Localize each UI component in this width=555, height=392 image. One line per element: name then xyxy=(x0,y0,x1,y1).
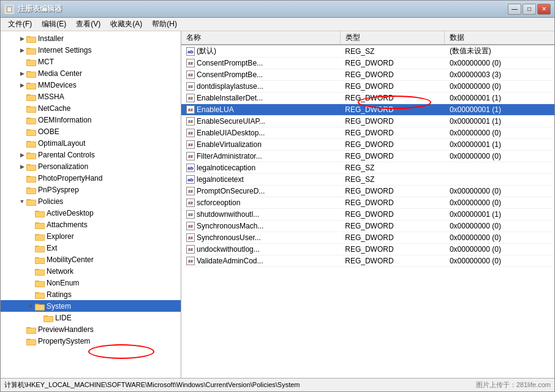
cell-name: ##EnableUIADesktop... xyxy=(181,127,340,139)
tree-item-mssha[interactable]: MSSHA xyxy=(1,91,181,102)
tree-item-oeminformation[interactable]: OEMInformation xyxy=(1,114,181,126)
table-row[interactable]: ablegalnoticetext REG_SZ xyxy=(181,174,554,186)
table-row[interactable]: ##EnableSecureUIAP... REG_DWORD 0x000000… xyxy=(181,116,554,127)
table-row[interactable]: ##dontdisplaylastuse... REG_DWORD 0x0000… xyxy=(181,81,554,92)
col-name[interactable]: 名称 xyxy=(181,31,340,45)
tree-item-policies[interactable]: ▼ Policies xyxy=(1,195,181,207)
close-button[interactable]: ✕ xyxy=(537,4,551,15)
tree-item-installer[interactable]: ▶ Installer xyxy=(1,32,181,44)
table-row[interactable]: ##ValidateAdminCod... REG_DWORD 0x000000… xyxy=(181,255,554,267)
tree-item-personalization[interactable]: ▶ Personalization xyxy=(1,160,181,172)
tree-item-label: Policies xyxy=(38,197,63,206)
tree-item-label: Parental Controls xyxy=(38,151,95,159)
cell-type: REG_DWORD xyxy=(340,197,445,209)
cell-type: REG_DWORD xyxy=(340,139,445,151)
window: 📋 注册表编辑器 — □ ✕ 文件(F) 编辑(E) 查看(V) 收藏夹(A) … xyxy=(0,0,555,392)
window-title: 注册表编辑器 xyxy=(18,4,508,14)
table-row[interactable]: ##EnableUIADesktop... REG_DWORD 0x000000… xyxy=(181,127,554,139)
table-row[interactable]: ##EnableInstallerDet... REG_DWORD 0x0000… xyxy=(181,92,554,104)
svg-rect-53 xyxy=(36,235,44,240)
tree-item-label: MobilityCenter xyxy=(47,255,94,264)
tree-item-previewhandlers[interactable]: PreviewHandlers xyxy=(1,323,181,335)
tree-item-mobilitycenter[interactable]: MobilityCenter xyxy=(1,254,181,265)
cell-data: 0x00000003 (3) xyxy=(445,69,554,81)
table-row[interactable]: ##ConsentPromptBe... REG_DWORD 0x0000000… xyxy=(181,58,554,69)
tree-item-ext[interactable]: Ext xyxy=(1,242,181,254)
tree-arrow: ▶ xyxy=(18,151,26,159)
svg-rect-5 xyxy=(27,49,36,54)
tree-item-optimallayout[interactable]: OptimalLayout xyxy=(1,137,181,149)
cell-type: REG_DWORD xyxy=(340,244,445,255)
svg-rect-38 xyxy=(27,177,36,182)
table-row[interactable]: ##ConsentPromptBe... REG_DWORD 0x0000000… xyxy=(181,69,554,81)
tree-item-lide[interactable]: LIDE xyxy=(1,312,181,323)
cell-data: 0x00000000 (0) xyxy=(445,151,554,162)
tree-spacer xyxy=(18,58,26,66)
minimize-button[interactable]: — xyxy=(508,4,521,15)
menu-edit[interactable]: 编辑(E) xyxy=(37,18,71,31)
table-row[interactable]: ##SynchronousUser... REG_DWORD 0x0000000… xyxy=(181,232,554,244)
table-row[interactable]: ##FilterAdministrator... REG_DWORD 0x000… xyxy=(181,151,554,162)
table-row[interactable]: ab(默认) REG_SZ (数值未设置) xyxy=(181,45,554,58)
tree-item-mediacenter[interactable]: ▶ Media Center xyxy=(1,67,181,79)
table-row[interactable]: ##shutdownwithoutl... REG_DWORD 0x000000… xyxy=(181,209,554,221)
tree-item-system[interactable]: ▼ System xyxy=(1,300,181,312)
cell-data: 0x00000001 (1) xyxy=(445,139,554,151)
maximize-button[interactable]: □ xyxy=(523,4,536,15)
tree-item-photopropertyhand[interactable]: PhotoPropertyHand xyxy=(1,172,181,184)
cell-data: 0x00000000 (0) xyxy=(445,81,554,92)
tree-item-nonenum[interactable]: NonEnum xyxy=(1,277,181,288)
menu-file[interactable]: 文件(F) xyxy=(3,18,37,31)
table-row[interactable]: ablegalnoticecaption REG_SZ xyxy=(181,162,554,174)
menu-favorites[interactable]: 收藏夹(A) xyxy=(105,18,147,31)
table-row[interactable]: ##PromptOnSecureD... REG_DWORD 0x0000000… xyxy=(181,186,554,197)
tree-item-activedesktop[interactable]: ActiveDesktop xyxy=(1,207,181,219)
cell-data: 0x00000001 (1) xyxy=(445,209,554,221)
table-row[interactable]: ##SynchronousMach... REG_DWORD 0x0000000… xyxy=(181,221,554,232)
tree-item-label: Ext xyxy=(47,244,57,252)
svg-rect-14 xyxy=(27,84,36,89)
table-row[interactable]: ##scforceoption REG_DWORD 0x00000000 (0) xyxy=(181,197,554,209)
cell-data: 0x00000000 (0) xyxy=(445,127,554,139)
table-row[interactable]: ##EnableVirtualization REG_DWORD 0x00000… xyxy=(181,139,554,151)
tree-item-explorer[interactable]: Explorer xyxy=(1,230,181,242)
cell-name: ablegalnoticecaption xyxy=(181,162,340,174)
cell-data: 0x00000001 (1) xyxy=(445,116,554,127)
tree-item-oobe[interactable]: OOBE xyxy=(1,126,181,137)
tree-item-internetsettings[interactable]: ▶ Internet Settings xyxy=(1,44,181,56)
tree-spacer xyxy=(18,116,26,124)
detail-panel[interactable]: 名称 类型 数据 ab(默认) REG_SZ (数值未设置) ##Consent… xyxy=(181,31,554,378)
tree-item-label: MMDevices xyxy=(38,81,77,89)
table-row[interactable]: ##undockwithoutlog... REG_DWORD 0x000000… xyxy=(181,244,554,255)
tree-item-label: Media Center xyxy=(38,69,82,78)
cell-type: REG_DWORD xyxy=(340,209,445,221)
tree-item-parentalcontrols[interactable]: ▶ Parental Controls xyxy=(1,149,181,160)
cell-name: ##dontdisplaylastuse... xyxy=(181,81,340,92)
tree-item-pnpsysprep[interactable]: PnPSysprep xyxy=(1,184,181,195)
tree-item-ratings[interactable]: Ratings xyxy=(1,288,181,300)
app-icon: 📋 xyxy=(4,4,14,14)
col-data[interactable]: 数据 xyxy=(445,31,554,45)
tree-item-propertysystem[interactable]: PropertySystem xyxy=(1,335,181,347)
menu-help[interactable]: 帮助(H) xyxy=(147,18,182,31)
tree-item-label: System xyxy=(47,302,71,311)
svg-rect-50 xyxy=(36,224,44,228)
tree-item-attachments[interactable]: Attachments xyxy=(1,219,181,230)
tree-panel[interactable]: ▶ Installer▶ Internet Settings MCT▶ Medi… xyxy=(1,31,181,378)
col-type[interactable]: 类型 xyxy=(340,31,445,45)
table-row[interactable]: ##EnableLUA REG_DWORD 0x00000001 (1) xyxy=(181,104,554,116)
dword-icon: ## xyxy=(186,198,195,207)
tree-item-netcache[interactable]: NetCache xyxy=(1,102,181,114)
tree-item-label: NonEnum xyxy=(47,279,79,287)
tree-item-label: PnPSysprep xyxy=(38,186,79,194)
tree-item-network[interactable]: Network xyxy=(1,265,181,277)
tree-item-mmdevices[interactable]: ▶ MMDevices xyxy=(1,79,181,91)
svg-rect-59 xyxy=(36,258,44,263)
tree-spacer xyxy=(26,244,35,252)
tree-spacer xyxy=(18,174,26,183)
svg-rect-80 xyxy=(27,340,36,345)
menu-view[interactable]: 查看(V) xyxy=(71,18,105,31)
tree-item-mct[interactable]: MCT xyxy=(1,56,181,67)
cell-type: REG_DWORD xyxy=(340,116,445,127)
cell-name: ##EnableInstallerDet... xyxy=(181,92,340,104)
